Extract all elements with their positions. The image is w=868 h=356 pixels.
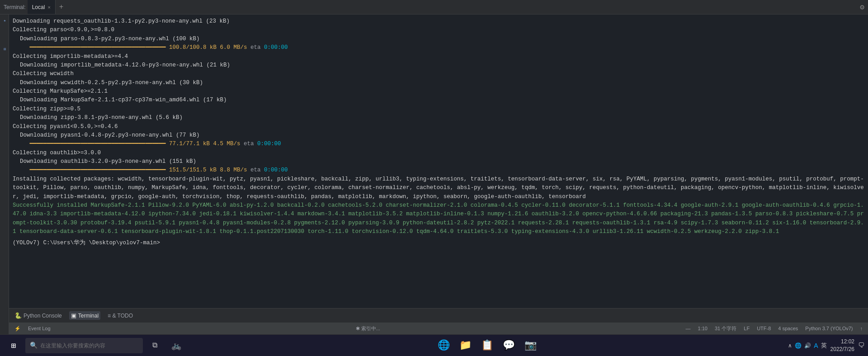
settings-icon[interactable]: ⚙	[860, 3, 864, 12]
todo-button[interactable]: ≡ & TODO	[106, 312, 135, 320]
status-left: ⚡ Event Log	[14, 326, 51, 332]
taskbar-explorer[interactable]: 📁	[456, 336, 476, 356]
terminal-line: Collecting zipp>=0.5	[13, 105, 864, 114]
tabs-area: Terminal: Local × +	[4, 0, 67, 14]
event-log[interactable]: Event Log	[28, 326, 51, 331]
input-method[interactable]: A	[814, 342, 818, 349]
bottom-toolbar: 🐍 Python Console ▣ Terminal ≡ & TODO	[9, 308, 868, 323]
widgets-button[interactable]: 🚲	[166, 336, 186, 356]
windows-taskbar: ⊞ 🔍 ⧉ 🚲 🌐 📁 📋 💬 📷 ∧ 🌐 🔊 A 英 12:02 2022/7…	[0, 334, 868, 356]
local-tab[interactable]: Local ×	[28, 0, 56, 14]
new-tab-button[interactable]: +	[56, 3, 67, 11]
network-icon: 🌐	[795, 342, 802, 349]
taskbar-left: ⊞ 🔍 ⧉ 🚲	[4, 336, 186, 356]
indent[interactable]: 4 spaces	[778, 326, 798, 331]
notification-button[interactable]: 🗨	[858, 342, 864, 349]
status-bar: ⚡ Event Log ✱ 索引中... — 1:10 31 个字符 LF UT…	[9, 323, 868, 334]
structure-icon[interactable]: ⊞	[2, 48, 7, 50]
prompt-line: (YOLOv7) C:\Users\华为 \Desktop\yolov7-mai…	[13, 239, 864, 247]
todo-label: ≡ & TODO	[108, 313, 133, 319]
terminal-line: ━━━━━━━━━━━━━━━━━━━━━━━━━━━━━━━━━━━━━━━━…	[13, 140, 864, 148]
line-col[interactable]: 1:10	[698, 326, 708, 331]
git-upload-icon: ↑	[860, 326, 863, 331]
taskbar-app-green[interactable]: 💬	[499, 336, 519, 356]
status-center: ✱ 索引中...	[356, 325, 380, 332]
git-icon: ⚡	[14, 326, 21, 332]
python-icon: 🐍	[14, 312, 22, 319]
taskbar-right: ∧ 🌐 🔊 A 英 12:02 2022/7/26 🗨	[788, 338, 864, 353]
task-view-button[interactable]: ⧉	[145, 336, 165, 356]
taskbar-app-red[interactable]: 📋	[477, 336, 497, 356]
terminal-line: Collecting pyasn1<0.5.0,>=0.4.6	[13, 123, 864, 131]
terminal-label: Terminal:	[4, 4, 26, 10]
favorites-icon[interactable]: ★	[2, 18, 7, 23]
language-button[interactable]: 英	[821, 342, 827, 350]
system-tray: ∧ 🌐 🔊 A 英	[788, 342, 826, 350]
terminal-line: Collecting importlib-metadata>=4.4	[13, 52, 864, 61]
terminal-line: Collecting parso<0.9.0,>=0.8.0	[13, 26, 864, 34]
taskbar-app-camera[interactable]: 📷	[521, 336, 541, 356]
top-bar: Terminal: Local × + ⚙	[0, 0, 868, 14]
start-button[interactable]: ⊞	[4, 336, 24, 356]
encoding[interactable]: UTF-8	[757, 326, 771, 331]
search-icon: 🔍	[30, 342, 38, 349]
terminal-label-btn: Terminal	[78, 313, 99, 319]
python-console-button[interactable]: 🐍 Python Console	[13, 311, 64, 320]
tab-close-button[interactable]: ×	[47, 5, 50, 10]
terminal-line: Downloading oauthlib-3.2.0-py3-none-any.…	[13, 157, 864, 166]
terminal-line: Downloading pyasn1-0.4.8-py2.py3-none-an…	[13, 131, 864, 140]
taskbar-center: 🌐 📁 📋 💬 📷	[434, 336, 541, 356]
clock-display[interactable]: 12:02 2022/7/26	[830, 338, 854, 353]
terminal-line: Downloading parso-0.8.3-py2.py3-none-any…	[13, 35, 864, 43]
terminal-content[interactable]: Downloading requests_oauthlib-1.3.1-py2.…	[9, 14, 868, 308]
status-right: — 1:10 31 个字符 LF UTF-8 4 spaces Python 3…	[686, 325, 863, 332]
volume-icon: 🔊	[804, 342, 811, 349]
line-ending[interactable]: LF	[744, 326, 750, 331]
terminal-line: Collecting wcwidth	[13, 70, 864, 78]
terminal-line: Successfully installed MarkupSafe-2.1.1 …	[13, 201, 864, 237]
tab-name: Local	[32, 4, 45, 10]
terminal-line: Downloading importlib_metadata-4.12.0-py…	[13, 61, 864, 70]
separator-line: —	[686, 326, 691, 331]
python-console-label: Python Console	[24, 313, 62, 319]
python-version[interactable]: Python 3.7 (YOLOv7)	[805, 326, 853, 331]
terminal-line: Downloading zipp-3.8.1-py3-none-any.whl …	[13, 114, 864, 122]
terminal-line: Installing collected packages: wcwidth, …	[13, 175, 864, 201]
search-input[interactable]	[40, 342, 138, 349]
clock-date: 2022/7/26	[830, 346, 854, 353]
terminal-line: Downloading wcwidth-0.2.5-py2.py3-none-a…	[13, 79, 864, 87]
char-count[interactable]: 31 个字符	[715, 325, 736, 332]
taskbar-edge[interactable]: 🌐	[434, 336, 454, 356]
indexing-status: ✱ 索引中...	[356, 326, 380, 331]
terminal-line: Downloading MarkupSafe-2.1.1-cp37-cp37m-…	[13, 96, 864, 104]
terminal-line: Downloading requests_oauthlib-1.3.1-py2.…	[13, 17, 864, 26]
terminal-icon: ▣	[71, 312, 76, 319]
search-bar[interactable]: 🔍	[25, 338, 143, 353]
tray-up-arrow[interactable]: ∧	[788, 342, 792, 349]
clock-time: 12:02	[830, 338, 854, 346]
main-layout: ★ ⊞ Downloading requests_oauthlib-1.3.1-…	[0, 14, 868, 334]
terminal-main: Downloading requests_oauthlib-1.3.1-py2.…	[9, 14, 868, 334]
terminal-line: Collecting MarkupSafe>=2.1.1	[13, 87, 864, 96]
left-sidebar: ★ ⊞	[0, 14, 9, 334]
terminal-line: Collecting oauthlib>=3.0.0	[13, 149, 864, 157]
terminal-line: ━━━━━━━━━━━━━━━━━━━━━━━━━━━━━━━━━━━━━━━━…	[13, 43, 864, 52]
terminal-line: ━━━━━━━━━━━━━━━━━━━━━━━━━━━━━━━━━━━━━━━━…	[13, 166, 864, 175]
terminal-button[interactable]: ▣ Terminal	[69, 311, 100, 320]
